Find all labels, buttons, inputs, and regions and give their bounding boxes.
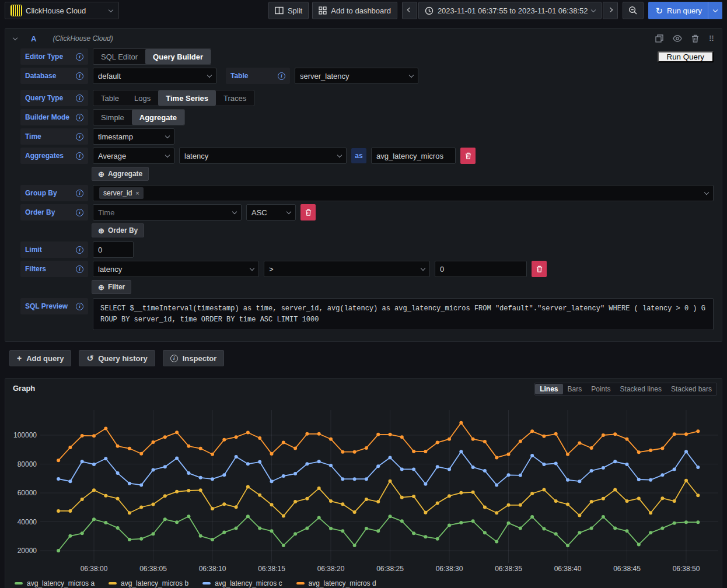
chevron-down-icon bbox=[713, 7, 718, 12]
group-by-tag: server_id × bbox=[99, 187, 144, 199]
chevron-down-icon bbox=[250, 265, 254, 270]
aggregate-column-select[interactable]: latency bbox=[179, 148, 347, 164]
database-select[interactable]: default bbox=[93, 68, 216, 84]
time-range-picker[interactable]: 2023-11-01 06:37:55 to 2023-11-01 06:38:… bbox=[418, 2, 602, 19]
latency-chart[interactable]: 2000040000600008000010000006:38:0006:38:… bbox=[5, 379, 722, 577]
info-icon[interactable]: i bbox=[76, 303, 83, 310]
remove-aggregate-button[interactable] bbox=[460, 148, 476, 164]
collapse-chevron-icon[interactable] bbox=[13, 35, 18, 40]
svg-text:06:38:40: 06:38:40 bbox=[554, 565, 582, 573]
svg-text:06:38:25: 06:38:25 bbox=[376, 565, 404, 573]
remove-tag-icon[interactable]: × bbox=[135, 190, 139, 197]
plus-icon: + bbox=[17, 354, 22, 362]
remove-order-by-button[interactable] bbox=[300, 204, 316, 220]
duplicate-query-icon[interactable] bbox=[655, 34, 663, 43]
svg-text:100000: 100000 bbox=[13, 431, 37, 439]
drag-handle-icon[interactable]: ⠿ bbox=[708, 34, 715, 43]
add-order-by-button[interactable]: ⊕ Order By bbox=[92, 223, 144, 237]
legend-item[interactable]: avg_latency_micros c bbox=[202, 579, 282, 587]
legend-label: avg_latency_micros d bbox=[309, 579, 376, 587]
plus-circle-icon: ⊕ bbox=[98, 227, 104, 235]
query-type-option-logs[interactable]: Logs bbox=[127, 90, 158, 106]
editor-type-label: Editor Type i bbox=[20, 48, 88, 65]
inspector-button[interactable]: i Inspector bbox=[163, 350, 225, 366]
query-type-option-timeseries[interactable]: Time Series bbox=[158, 90, 216, 106]
chevron-left-icon bbox=[407, 7, 412, 12]
zoom-out-time-button[interactable] bbox=[623, 2, 644, 19]
query-type-option-traces[interactable]: Traces bbox=[216, 90, 254, 106]
clickhouse-logo-icon bbox=[11, 5, 22, 16]
info-icon[interactable]: i bbox=[76, 72, 83, 80]
group-by-label: Group By i bbox=[20, 185, 88, 201]
legend-item[interactable]: avg_latency_micros a bbox=[15, 579, 95, 587]
query-type-group: Table Logs Time Series Traces bbox=[93, 90, 254, 106]
chevron-down-icon bbox=[232, 209, 237, 214]
info-icon[interactable]: i bbox=[76, 152, 83, 160]
aggregate-function-select[interactable]: Average bbox=[93, 148, 174, 164]
filter-value-input[interactable] bbox=[435, 261, 527, 277]
add-to-dashboard-label: Add to dashboard bbox=[331, 6, 391, 15]
datasource-note: (ClickHouse Cloud) bbox=[53, 34, 113, 43]
info-icon[interactable]: i bbox=[278, 72, 285, 80]
query-editor-panel: A (ClickHouse Cloud) ⠿ Editor Type i SQL… bbox=[5, 28, 722, 342]
builder-mode-option-simple[interactable]: Simple bbox=[93, 110, 132, 125]
info-icon[interactable]: i bbox=[76, 246, 83, 254]
svg-text:06:38:15: 06:38:15 bbox=[258, 565, 285, 573]
datasource-name: ClickHouse Cloud bbox=[26, 6, 86, 15]
dashboard-grid-icon bbox=[319, 6, 327, 15]
filter-operator-select[interactable]: > bbox=[264, 261, 430, 277]
legend-label: avg_latency_micros c bbox=[215, 579, 282, 587]
chevron-down-icon bbox=[165, 152, 170, 157]
svg-text:06:38:30: 06:38:30 bbox=[436, 565, 463, 573]
group-by-select[interactable]: server_id × bbox=[93, 185, 714, 201]
svg-text:06:38:10: 06:38:10 bbox=[199, 565, 226, 573]
add-to-dashboard-button[interactable]: Add to dashboard bbox=[312, 2, 397, 19]
filter-column-select[interactable]: latency bbox=[93, 261, 259, 277]
editor-run-query-button[interactable]: Run Query bbox=[658, 51, 714, 62]
query-type-option-table[interactable]: Table bbox=[93, 90, 127, 106]
run-query-dropdown[interactable] bbox=[708, 2, 722, 19]
svg-text:80000: 80000 bbox=[18, 460, 37, 468]
info-icon[interactable]: i bbox=[76, 114, 83, 121]
history-icon: ↺ bbox=[86, 354, 93, 362]
datasource-picker[interactable]: ClickHouse Cloud bbox=[5, 2, 119, 19]
delete-query-icon[interactable] bbox=[691, 34, 699, 43]
info-icon[interactable]: i bbox=[76, 94, 83, 102]
add-filter-button[interactable]: ⊕ Filter bbox=[92, 280, 131, 294]
info-icon[interactable]: i bbox=[76, 53, 83, 61]
limit-input[interactable] bbox=[93, 242, 134, 258]
order-by-column-select[interactable]: Time bbox=[93, 204, 242, 220]
time-shift-forward-button[interactable] bbox=[603, 2, 618, 19]
legend-item[interactable]: avg_latency_micros d bbox=[296, 579, 376, 587]
svg-text:60000: 60000 bbox=[18, 489, 37, 497]
info-icon[interactable]: i bbox=[76, 190, 83, 197]
legend-label: avg_latency_micros a bbox=[27, 579, 95, 587]
time-column-select[interactable]: timestamp bbox=[93, 128, 174, 145]
add-query-button[interactable]: + Add query bbox=[9, 350, 71, 366]
svg-text:06:38:20: 06:38:20 bbox=[317, 565, 345, 573]
remove-filter-button[interactable] bbox=[532, 261, 547, 277]
chevron-down-icon bbox=[337, 152, 342, 157]
split-button[interactable]: Split bbox=[268, 2, 309, 19]
chevron-down-icon bbox=[109, 7, 113, 12]
query-history-button[interactable]: ↺ Query history bbox=[79, 350, 155, 366]
order-by-label: Order By i bbox=[20, 204, 88, 220]
query-ref-id: A bbox=[31, 34, 36, 43]
hide-query-eye-icon[interactable] bbox=[673, 35, 682, 42]
info-icon[interactable]: i bbox=[76, 133, 83, 141]
legend-item[interactable]: avg_latency_micros b bbox=[109, 579, 188, 587]
chevron-down-icon bbox=[165, 133, 170, 138]
builder-mode-option-aggregate[interactable]: Aggregate bbox=[132, 110, 184, 125]
aggregate-alias-input[interactable] bbox=[371, 148, 456, 164]
time-shift-back-button[interactable] bbox=[402, 2, 417, 19]
editor-type-option-builder[interactable]: Query Builder bbox=[145, 49, 211, 64]
info-icon[interactable]: i bbox=[76, 209, 83, 216]
order-by-direction-select[interactable]: ASC bbox=[246, 204, 296, 220]
query-header: A (ClickHouse Cloud) ⠿ bbox=[5, 29, 722, 48]
table-select[interactable]: server_latency bbox=[295, 68, 418, 84]
info-icon[interactable]: i bbox=[76, 265, 83, 273]
editor-type-option-sql[interactable]: SQL Editor bbox=[93, 49, 145, 64]
add-aggregate-button[interactable]: ⊕ Aggregate bbox=[92, 167, 149, 181]
run-query-button[interactable]: ↻ Run query bbox=[648, 2, 708, 19]
legend-swatch bbox=[109, 582, 117, 584]
